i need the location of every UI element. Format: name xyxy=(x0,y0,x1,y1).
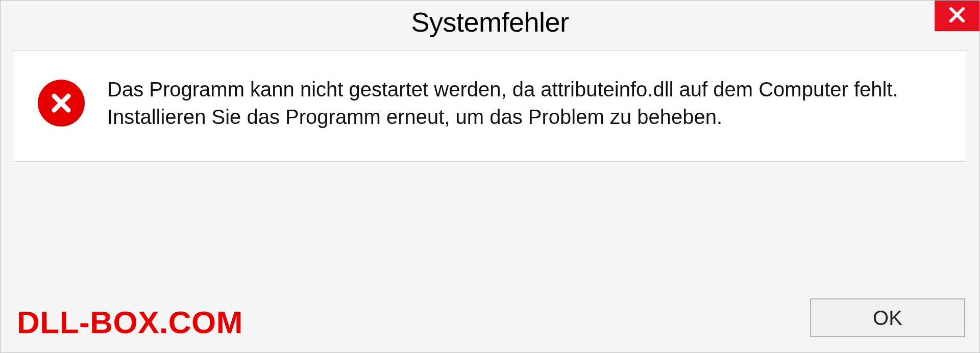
title-bar: Systemfehler xyxy=(1,1,979,43)
error-message: Das Programm kann nicht gestartet werden… xyxy=(107,75,944,131)
dialog-footer: DLL-BOX.COM OK xyxy=(1,162,979,352)
ok-button[interactable]: OK xyxy=(810,298,965,337)
dialog-title: Systemfehler xyxy=(411,6,569,38)
message-panel: Das Programm kann nicht gestartet werden… xyxy=(13,51,967,162)
error-icon-container xyxy=(36,78,87,129)
watermark-text: DLL-BOX.COM xyxy=(17,304,243,340)
error-icon xyxy=(38,80,85,127)
close-button[interactable] xyxy=(935,1,979,31)
close-icon xyxy=(948,6,966,26)
error-dialog: Systemfehler Das Programm kann nicht ges… xyxy=(0,0,980,353)
